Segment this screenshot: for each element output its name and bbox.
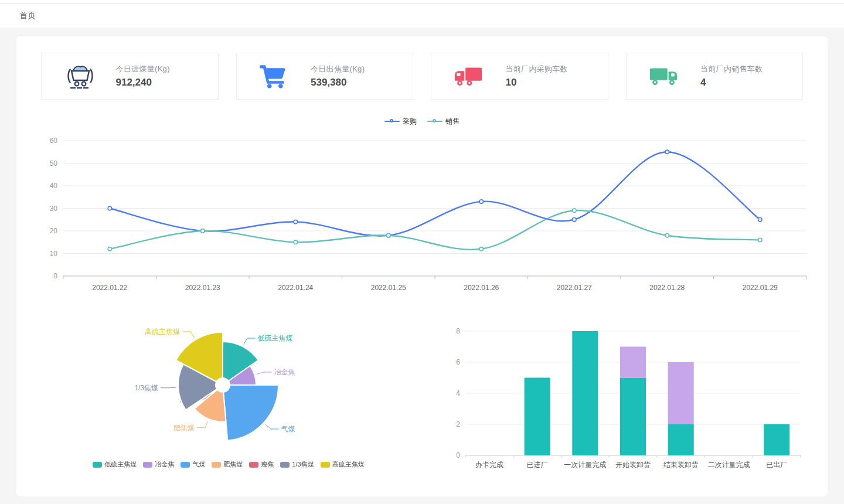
bar-chart-canvas: 02468办卡完成已进厂一次计量完成开始装卸货结束装卸货二次计量完成已出厂 [442, 323, 805, 474]
svg-text:冶金焦: 冶金焦 [274, 368, 295, 376]
svg-text:8: 8 [456, 327, 460, 335]
line-legend-item[interactable]: 销售 [427, 117, 460, 127]
page-content: 今日进煤量(Kg) 912,240 今日出焦量(Kg) 539,380 [0, 28, 844, 503]
svg-text:气煤: 气煤 [281, 425, 295, 433]
legend-swatch-icon [181, 462, 190, 468]
bottom-charts-row: 低硫主焦煤冶金焦气煤肥焦煤瘦焦1/3焦煤高硫主焦煤 低硫主焦煤冶金焦气煤肥焦煤瘦… [29, 321, 815, 474]
legend-label: 销售 [445, 117, 460, 127]
breadcrumb-home-link[interactable]: 首页 [19, 11, 36, 21]
svg-text:2: 2 [456, 420, 460, 428]
line-chart-canvas: 01020304050602022.01.222022.01.232022.01… [29, 132, 815, 299]
svg-text:2022.01.24: 2022.01.24 [278, 284, 313, 292]
purchase-sales-line-chart: 采购销售 01020304050602022.01.222022.01.2320… [29, 116, 815, 299]
svg-text:2022.01.23: 2022.01.23 [185, 284, 220, 292]
svg-text:一次计量完成: 一次计量完成 [564, 461, 606, 469]
legend-swatch-icon [143, 462, 152, 468]
svg-text:2022.01.25: 2022.01.25 [371, 284, 406, 292]
coal-type-rose-pie-chart: 低硫主焦煤冶金焦气煤肥焦煤瘦焦1/3焦煤高硫主焦煤 低硫主焦煤冶金焦气煤肥焦煤瘦… [29, 321, 428, 474]
mine-cart-icon [64, 63, 99, 90]
stat-card-value: 539,380 [311, 77, 404, 88]
svg-text:2022.01.29: 2022.01.29 [743, 284, 778, 292]
line-legend-item[interactable]: 采购 [384, 117, 417, 127]
legend-swatch-icon [212, 462, 221, 468]
svg-text:2022.01.22: 2022.01.22 [92, 284, 127, 292]
svg-text:40: 40 [50, 182, 58, 190]
legend-label: 高硫主焦煤 [332, 460, 365, 469]
legend-swatch-icon [321, 462, 330, 468]
legend-swatch-icon [280, 462, 290, 468]
svg-text:高硫主焦煤: 高硫主焦煤 [145, 328, 180, 336]
svg-text:30: 30 [50, 205, 58, 213]
legend-swatch-icon [249, 462, 258, 468]
legend-label: 气煤 [192, 460, 205, 469]
legend-line-marker-icon [384, 119, 400, 124]
svg-text:60: 60 [50, 137, 58, 145]
legend-swatch-icon [93, 462, 102, 468]
line-chart-legend: 采购销售 [29, 116, 815, 127]
purchase-truck-icon [454, 64, 489, 88]
svg-text:肥焦煤: 肥焦煤 [173, 424, 195, 432]
svg-text:二次计量完成: 二次计量完成 [707, 461, 750, 469]
svg-text:低硫主焦煤: 低硫主焦煤 [258, 334, 293, 342]
stat-card-label: 今日出焦量(Kg) [311, 64, 404, 74]
svg-text:2022.01.27: 2022.01.27 [557, 284, 592, 292]
pie-legend-item[interactable]: 1/3焦煤 [280, 460, 314, 469]
svg-text:结束装卸货: 结束装卸货 [663, 461, 699, 469]
stat-card-label: 今日进煤量(Kg) [116, 64, 210, 74]
svg-text:已出厂: 已出厂 [766, 461, 787, 469]
svg-text:20: 20 [50, 227, 58, 235]
pie-legend-item[interactable]: 高硫主焦煤 [321, 460, 365, 469]
svg-text:4: 4 [456, 389, 460, 397]
legend-label: 冶金焦 [155, 460, 174, 469]
pie-legend-item[interactable]: 气煤 [181, 460, 205, 469]
stats-row: 今日进煤量(Kg) 912,240 今日出焦量(Kg) 539,380 [41, 53, 803, 100]
stat-card-sales-trucks: 当前厂内销售车数 4 [626, 53, 804, 100]
shopping-cart-icon [259, 63, 294, 89]
stat-card-coal-in: 今日进煤量(Kg) 912,240 [41, 53, 219, 100]
pie-chart-legend: 低硫主焦煤冶金焦气煤肥焦煤瘦焦1/3焦煤高硫主焦煤 [29, 460, 428, 469]
legend-line-marker-icon [427, 119, 443, 124]
svg-text:0: 0 [53, 272, 57, 280]
svg-text:1/3焦煤: 1/3焦煤 [134, 384, 158, 392]
svg-text:6: 6 [456, 358, 460, 366]
pie-legend-item[interactable]: 肥焦煤 [212, 460, 243, 469]
pie-chart-canvas: 低硫主焦煤冶金焦气煤肥焦煤瘦焦1/3焦煤高硫主焦煤 [29, 321, 428, 451]
pie-legend-item[interactable]: 瘦焦 [249, 460, 274, 469]
pie-legend-item[interactable]: 低硫主焦煤 [93, 460, 137, 469]
svg-text:开始装卸货: 开始装卸货 [615, 461, 651, 469]
stat-card-value: 912,240 [116, 77, 210, 88]
stat-card-coke-out: 今日出焦量(Kg) 539,380 [236, 53, 414, 100]
top-border-strip [0, 0, 844, 4]
legend-label: 采购 [403, 117, 417, 127]
stat-card-value: 10 [506, 77, 600, 88]
main-panel: 今日进煤量(Kg) 912,240 今日出焦量(Kg) 539,380 [16, 36, 828, 496]
svg-text:已进厂: 已进厂 [527, 461, 548, 469]
stat-card-purchase-trucks: 当前厂内采购车数 10 [431, 53, 608, 100]
svg-text:0: 0 [456, 451, 460, 459]
stat-card-label: 当前厂内销售车数 [700, 64, 794, 74]
legend-label: 低硫主焦煤 [104, 460, 137, 469]
vehicle-status-bar-chart: 02468办卡完成已进厂一次计量完成开始装卸货结束装卸货二次计量完成已出厂 [442, 321, 811, 474]
legend-label: 1/3焦煤 [292, 460, 314, 469]
breadcrumb: 首页 [0, 4, 844, 28]
pie-legend-item[interactable]: 冶金焦 [143, 460, 174, 469]
stat-card-label: 当前厂内采购车数 [506, 64, 600, 74]
svg-text:办卡完成: 办卡完成 [475, 461, 503, 469]
stat-card-value: 4 [700, 77, 794, 88]
svg-text:2022.01.26: 2022.01.26 [464, 284, 499, 292]
svg-text:10: 10 [50, 250, 58, 258]
legend-label: 瘦焦 [261, 460, 274, 469]
svg-text:2022.01.28: 2022.01.28 [649, 284, 685, 292]
sales-truck-icon [649, 64, 684, 88]
legend-label: 肥焦煤 [223, 460, 243, 469]
svg-text:50: 50 [50, 159, 58, 168]
